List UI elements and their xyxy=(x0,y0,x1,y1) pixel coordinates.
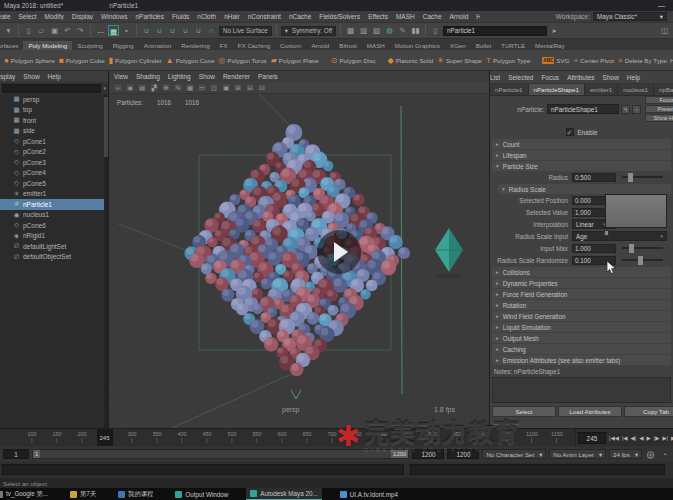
quick-select-icon[interactable]: ▯ xyxy=(430,25,441,36)
shelf-tab-rigging[interactable]: Rigging xyxy=(108,41,139,50)
shelf-tab-bullet[interactable]: Bullet xyxy=(471,41,496,50)
shelf-tab-mentalray[interactable]: MentalRay xyxy=(530,41,570,50)
2d-pan-zoom-icon[interactable]: ✥ xyxy=(161,83,171,92)
outliner-menu-display[interactable]: Display xyxy=(0,73,19,80)
ae-button-presets[interactable]: Presets xyxy=(645,105,673,113)
taskbar-item-autodesk-maya-20[interactable]: Autodesk Maya 20... xyxy=(246,488,321,500)
shelf-tab-mash[interactable]: MASH xyxy=(362,41,390,50)
ae-menu-list[interactable]: List xyxy=(490,74,504,81)
menu-select[interactable]: Select xyxy=(15,13,41,20)
outliner-item-pcone6[interactable]: ◇pCone6 xyxy=(0,220,108,231)
shelf-tab-animation[interactable]: Animation xyxy=(139,41,177,50)
shelf-button-polygon-sphere[interactable]: ●Polygon Sphere xyxy=(4,56,55,65)
range-end-handle[interactable]: 1200 xyxy=(391,450,408,458)
fps-dropdown[interactable]: 24 fps▾ xyxy=(609,449,642,459)
shelf-button-polygon-cube[interactable]: ■Polygon Cube xyxy=(59,56,105,65)
notes-textarea[interactable] xyxy=(492,377,671,403)
section-force-field-generation[interactable]: ▸Force Field Generation xyxy=(492,289,671,299)
menu-modify[interactable]: Modify xyxy=(41,13,68,20)
outliner-item-pcone5[interactable]: ◇pCone5 xyxy=(0,178,108,189)
timeline-ticks[interactable]: 1001502002503003504004505005506006507007… xyxy=(0,429,576,447)
ramp-position-marker[interactable] xyxy=(604,230,609,236)
ae-menu-help[interactable]: Help xyxy=(623,74,644,81)
section-liquid-simulation[interactable]: ▸Liquid Simulation xyxy=(492,322,671,332)
shelf-tab-rendering[interactable]: Rendering xyxy=(176,41,215,50)
selection-mask-dropdown[interactable]: ▾ xyxy=(3,25,14,36)
taskbar-item-output-window[interactable]: Output Window xyxy=(171,488,232,500)
film-gate-icon[interactable]: ▭ xyxy=(197,83,207,92)
shelf-tab-xgen[interactable]: XGen xyxy=(445,41,471,50)
section-lifespan[interactable]: ▸Lifespan xyxy=(492,150,671,160)
select-hierarchy-icon[interactable]: ⚋ xyxy=(95,25,106,36)
open-scene-icon[interactable]: ▱ xyxy=(36,25,47,36)
outliner-item-defaultlightset[interactable]: ∅defaultLightSet xyxy=(0,241,108,252)
radius-field[interactable] xyxy=(572,173,616,182)
section-wind-field-generation[interactable]: ▸Wind Field Generation xyxy=(492,311,671,321)
menu-display[interactable]: Display xyxy=(68,13,97,20)
outliner-item-pcone1[interactable]: ◇pCone1 xyxy=(0,136,108,147)
playback-end-field[interactable] xyxy=(412,449,444,459)
make-live-icon[interactable]: ∩ xyxy=(206,25,217,36)
node-name-field[interactable] xyxy=(547,104,619,114)
menu-nparticles[interactable]: nParticles xyxy=(131,13,168,20)
undo-icon[interactable]: ↶ xyxy=(62,25,73,36)
ae-tab-nparticleshape1[interactable]: nParticleShape1 xyxy=(529,84,585,95)
snap-view-plane-icon[interactable]: ∪ xyxy=(193,25,204,36)
render-settings-icon[interactable]: ▧ xyxy=(371,25,382,36)
shelf-button-polygon-cone[interactable]: ▲Polygon Cone xyxy=(166,56,215,65)
section-radius-scale[interactable]: ▾ Radius Scale xyxy=(498,184,671,194)
shelf-button-polygon-torus[interactable]: ◎Polygon Torus xyxy=(219,56,267,65)
outliner-item-pcone2[interactable]: ◇pCone2 xyxy=(0,147,108,158)
ae-menu-show[interactable]: Show xyxy=(599,74,623,81)
outliner-item-nrigid1[interactable]: ◈nRigid1 xyxy=(0,231,108,242)
shelf-tab-turtle[interactable]: TURTLE xyxy=(496,41,530,50)
section-emission-attributes-see-also-emitter-tabs[interactable]: ▸Emission Attributes (see also emitter t… xyxy=(492,355,671,365)
step-back-key-icon[interactable]: |◀ xyxy=(621,435,629,441)
menu-fluids[interactable]: Fluids xyxy=(168,13,193,20)
shelf-button-platonic-solid[interactable]: ◆Platonic Solid xyxy=(388,56,434,65)
outliner-item-front[interactable]: ▦front xyxy=(0,115,108,126)
input-max-slider[interactable] xyxy=(622,247,663,249)
animation-start-field[interactable] xyxy=(3,449,29,459)
slider-handle[interactable] xyxy=(629,244,634,253)
grease-pencil-icon[interactable]: ✎ xyxy=(173,83,183,92)
step-back-frame-icon[interactable]: ◀| xyxy=(630,435,638,441)
new-scene-icon[interactable]: ▯ xyxy=(23,25,34,36)
menu-cache[interactable]: Cache xyxy=(419,13,446,20)
section-dynamic-properties[interactable]: ▸Dynamic Properties xyxy=(492,278,671,288)
symmetry-field[interactable]: ▾Symmetry: Off xyxy=(281,26,336,36)
menu-windows[interactable]: Windows xyxy=(97,13,131,20)
safe-action-icon[interactable]: ⊟ xyxy=(245,83,255,92)
menu-nhair[interactable]: nHair xyxy=(220,13,244,20)
minimize-button[interactable]: — xyxy=(658,2,665,9)
shelf-button-polygon-plane[interactable]: ▰Polygon Plane xyxy=(271,56,319,65)
shelf-button-center-pivot[interactable]: +Center Pivot xyxy=(573,56,614,65)
outliner-item-side[interactable]: ▦side xyxy=(0,126,108,137)
viewport-menu-show[interactable]: Show xyxy=(195,73,219,80)
menu-effects[interactable]: Effects xyxy=(364,13,392,20)
menu-help[interactable]: Help xyxy=(472,13,480,20)
ae-button-focus[interactable]: Focus xyxy=(645,96,673,104)
randomize-slider[interactable] xyxy=(622,259,663,261)
viewport-menu-panels[interactable]: Panels xyxy=(254,73,282,80)
outliner-menu-show[interactable]: Show xyxy=(19,73,43,80)
outliner-item-emitter1[interactable]: ✳emitter1 xyxy=(0,189,108,200)
outliner-scrollbar[interactable] xyxy=(104,95,108,428)
shelf-button-super-shape[interactable]: ✳Super Shape xyxy=(437,56,482,65)
play-forward-icon[interactable]: ▶ xyxy=(645,435,651,441)
shelf-button-polygon-cylinder[interactable]: ▮Polygon Cylinder xyxy=(109,56,162,65)
select-object-icon[interactable]: ▦ xyxy=(108,25,119,36)
shelf-tab-fx[interactable]: FX xyxy=(215,41,233,50)
section-caching[interactable]: ▸Caching xyxy=(492,344,671,354)
outliner-search-input[interactable] xyxy=(2,84,101,93)
safe-title-icon[interactable]: ⊡ xyxy=(257,83,267,92)
viewport-menu-shading[interactable]: Shading xyxy=(132,73,164,80)
ae-footer-copy-tab[interactable]: Copy Tab xyxy=(624,406,673,417)
section-particle-size[interactable]: ▾ Particle Size xyxy=(492,161,671,171)
ipr-render-icon[interactable]: ▨ xyxy=(358,25,369,36)
radius-scale-ramp[interactable] xyxy=(605,194,667,228)
ae-button-show-hide[interactable]: Show Hide xyxy=(645,114,673,122)
shelf-button-polygon-disc[interactable]: ⊙Polygon Disc xyxy=(331,56,376,65)
section-collisions[interactable]: ▸Collisions xyxy=(492,267,671,277)
focus-arrow-icon[interactable]: ↰ xyxy=(621,105,630,114)
